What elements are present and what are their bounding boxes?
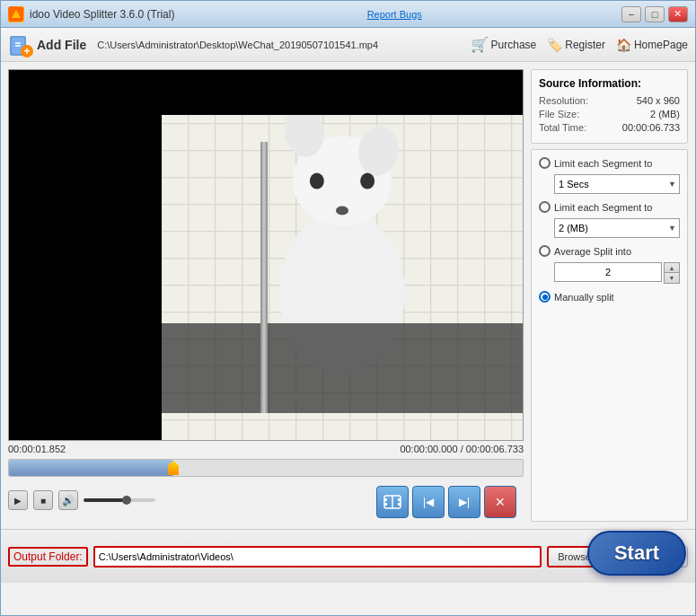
stop-icon: ■ [40,496,46,506]
spinner-down-button[interactable]: ▼ [665,273,679,283]
prev-icon: |◀ [423,496,434,508]
volume-slider[interactable] [84,498,155,502]
right-panel: Source Information: Resolution: 540 x 96… [531,69,688,522]
total-time-display: 00:00:00.000 / 00:00:06.733 [400,444,524,454]
homepage-label: HomePage [634,39,688,51]
svg-point-18 [336,207,348,216]
option2-dropdown[interactable]: 1 (MB) 2 (MB) 5 (MB) [554,218,680,238]
start-button[interactable]: Start [587,531,686,576]
prev-segment-button[interactable]: |◀ [412,486,445,518]
output-folder-label: Output Folder: [8,547,88,567]
controls-bar: ▶ ■ 🔊 [8,479,524,522]
volume-button[interactable]: 🔊 [58,490,78,510]
radio-selected-dot [542,295,548,300]
source-info-title: Source Information: [539,77,680,90]
svg-point-17 [360,173,374,189]
option1-label: Limit each Segment to [554,158,652,169]
app-title: idoo Video Splitter 3.6.0 (Trial) [30,8,174,21]
average-split-input[interactable] [554,262,662,282]
split-mark-button[interactable] [376,486,409,518]
purchase-button[interactable]: 🛒 Purchase [471,36,537,53]
svg-rect-22 [398,498,401,501]
add-file-button[interactable]: + Add File [8,32,86,57]
play-icon: ▶ [14,496,22,506]
option4-label: Manually split [554,292,614,303]
output-path-input[interactable] [93,546,542,568]
option2-radio[interactable] [539,201,551,213]
totaltime-value: 00:00:06.733 [622,122,680,133]
svg-text:+: + [23,45,30,57]
file-path-display: C:\Users\Administrator\Desktop\WeChat_20… [93,38,463,52]
filesize-label: File Size: [539,109,579,119]
option2-label: Limit each Segment to [554,202,652,213]
minimize-button[interactable]: − [621,6,641,22]
next-icon: ▶| [459,496,470,508]
action-buttons: |◀ ▶| ✕ [376,482,524,518]
svg-rect-20 [384,498,387,501]
svg-rect-23 [398,503,401,506]
option3-row: Average Split into [539,245,680,257]
option3-label: Average Split into [554,246,631,257]
volume-handle [122,496,131,505]
video-container[interactable] [8,69,524,441]
option2-row: Limit each Segment to [539,201,680,213]
delete-segment-button[interactable]: ✕ [484,486,516,518]
source-info-panel: Source Information: Resolution: 540 x 96… [531,69,688,144]
app-window: idoo Video Splitter 3.6.0 (Trial) Report… [0,0,696,616]
option1-radio[interactable] [539,157,551,169]
option1-dropdown[interactable]: 1 Secs 2 Secs 5 Secs 10 Secs [554,174,680,194]
bottom-section: Output Folder: Browse... Open Output Sta… [1,529,695,583]
add-file-icon: + [8,32,33,57]
seek-progress [9,460,173,476]
purchase-label: Purchase [491,39,537,51]
toolbar: + Add File C:\Users\Administrator\Deskto… [1,28,695,62]
filesize-value: 2 (MB) [650,109,680,119]
report-bugs-link[interactable]: Report Bugs [367,9,422,20]
home-icon: 🏠 [616,38,631,52]
time-display: 00:00:01.852 00:00:00.000 / 00:00:06.733 [8,441,524,457]
resolution-value: 540 x 960 [637,95,680,106]
play-button[interactable]: ▶ [8,490,28,510]
resolution-label: Resolution: [539,95,588,106]
resolution-row: Resolution: 540 x 960 [539,95,680,106]
option4-row: Manually split [539,291,680,303]
totaltime-row: Total Time: 00:00:06.733 [539,122,680,133]
spinner-up-button[interactable]: ▲ [665,263,679,273]
volume-icon: 🔊 [62,495,75,506]
film-icon [383,493,401,511]
register-icon: 🏷️ [547,38,562,52]
split-options-panel: Limit each Segment to 1 Secs 2 Secs 5 Se… [531,149,688,522]
app-icon [8,6,24,22]
totaltime-label: Total Time: [539,122,586,133]
maximize-button[interactable]: □ [645,6,665,22]
stop-button[interactable]: ■ [33,490,53,510]
cart-icon: 🛒 [471,36,489,53]
homepage-button[interactable]: 🏠 HomePage [616,38,688,52]
svg-rect-21 [384,503,387,506]
video-section: 00:00:01.852 00:00:00.000 / 00:00:06.733… [8,69,524,522]
svg-point-16 [310,173,324,189]
add-file-label: Add File [37,38,86,52]
register-label: Register [565,39,605,51]
option4-radio[interactable] [539,291,551,303]
title-bar: idoo Video Splitter 3.6.0 (Trial) Report… [1,1,695,28]
start-label: Start [614,541,659,564]
register-button[interactable]: 🏷️ Register [547,38,605,52]
next-segment-button[interactable]: ▶| [448,486,480,518]
filesize-row: File Size: 2 (MB) [539,109,680,119]
seek-bar[interactable] [8,459,524,477]
option3-radio[interactable] [539,245,551,257]
option1-row: Limit each Segment to [539,157,680,169]
delete-icon: ✕ [495,495,506,509]
main-content: 00:00:01.852 00:00:00.000 / 00:00:06.733… [1,62,695,529]
current-time: 00:00:01.852 [8,444,66,454]
close-button[interactable]: ✕ [668,6,688,22]
